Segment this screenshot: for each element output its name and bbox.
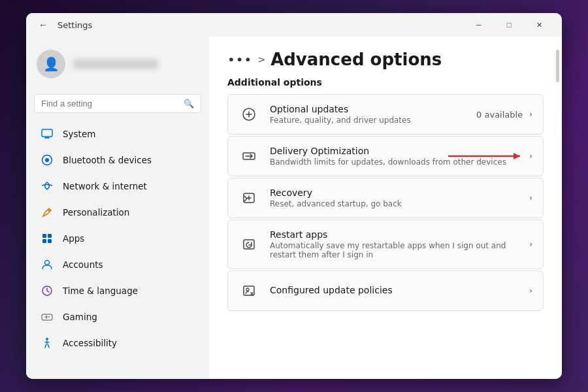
recovery-icon	[238, 188, 259, 208]
window-title: Settings	[57, 20, 464, 30]
recovery-title: Recovery	[270, 188, 519, 198]
apps-icon	[41, 232, 54, 245]
recovery-text: Recovery Reset, advanced startup, go bac…	[270, 188, 519, 208]
accessibility-icon	[41, 336, 54, 350]
optional-updates-icon	[238, 104, 259, 125]
configured-policies-text: Configured update policies	[270, 285, 519, 297]
recovery-right: ›	[529, 193, 532, 203]
configured-policies-title: Configured update policies	[270, 285, 519, 295]
nav-item-accounts[interactable]: Accounts	[30, 252, 205, 277]
nav-label-bluetooth: Bluetooth & devices	[63, 155, 152, 165]
restart-apps-desc: Automatically save my restartable apps w…	[270, 241, 519, 259]
nav-item-personalization[interactable]: Personalization	[30, 200, 205, 225]
svg-rect-8	[48, 239, 52, 243]
minimize-button[interactable]: ─	[464, 14, 494, 35]
nav-item-bluetooth[interactable]: Bluetooth & devices	[30, 148, 205, 172]
window-content: 👤 🔍 System Bluetooth & devices	[26, 37, 562, 379]
svg-rect-0	[42, 129, 52, 137]
user-section: 👤	[26, 42, 209, 86]
nav-label-accounts: Accounts	[63, 259, 103, 270]
restart-apps-right: ›	[529, 240, 532, 249]
user-icon: 👤	[43, 56, 59, 72]
breadcrumb-separator: >	[257, 54, 265, 65]
breadcrumb-dots[interactable]: •••	[227, 52, 252, 67]
nav-item-network[interactable]: Network & internet	[30, 174, 205, 199]
time-icon	[41, 284, 54, 297]
optional-updates-title: Optional updates	[270, 104, 466, 114]
search-box[interactable]: 🔍	[34, 94, 201, 113]
maximize-button[interactable]: □	[494, 14, 524, 35]
scrollbar-thumb[interactable]	[556, 50, 559, 82]
svg-point-12	[48, 316, 50, 318]
nav-item-accessibility[interactable]: Accessibility	[30, 331, 205, 355]
window-controls: ─ □ ✕	[464, 14, 554, 35]
configured-policies-icon	[238, 280, 259, 301]
settings-list: Optional updates Feature, quality, and d…	[227, 94, 544, 311]
nav-label-time: Time & language	[63, 286, 138, 296]
restart-apps-icon	[238, 234, 259, 255]
svg-rect-7	[42, 239, 46, 243]
nav-item-gaming[interactable]: Gaming	[30, 304, 205, 329]
recovery-desc: Reset, advanced startup, go back	[270, 199, 519, 208]
svg-point-13	[46, 338, 48, 340]
nav-label-network: Network & internet	[63, 181, 147, 191]
configured-policies-item[interactable]: Configured update policies ›	[227, 270, 544, 311]
restart-apps-chevron: ›	[529, 240, 532, 249]
svg-point-21	[246, 288, 249, 291]
restart-apps-title: Restart apps	[270, 229, 519, 240]
nav-label-system: System	[63, 129, 95, 139]
sidebar: 👤 🔍 System Bluetooth & devices	[26, 37, 209, 379]
personalization-icon	[41, 206, 54, 219]
gaming-icon	[41, 310, 54, 323]
nav-item-apps[interactable]: Apps	[30, 226, 205, 251]
main-wrapper: ••• > Advanced options Additional option…	[209, 37, 562, 379]
search-input[interactable]	[41, 99, 178, 108]
bluetooth-icon	[41, 154, 54, 167]
delivery-optimization-right: ›	[529, 152, 532, 161]
svg-rect-1	[44, 137, 50, 139]
nav-label-gaming: Gaming	[63, 312, 97, 322]
optional-updates-right: 0 available ›	[476, 110, 532, 120]
optional-updates-text: Optional updates Feature, quality, and d…	[270, 104, 466, 125]
optional-updates-badge: 0 available	[476, 110, 523, 120]
delivery-optimization-chevron: ›	[529, 152, 532, 161]
delivery-optimization-text: Delivery Optimization Bandwidth limits f…	[270, 146, 519, 167]
svg-point-4	[48, 210, 50, 212]
svg-point-9	[45, 261, 50, 265]
titlebar: ← Settings ─ □ ✕	[26, 13, 562, 37]
system-icon	[41, 127, 54, 140]
delivery-optimization-desc: Bandwidth limits for updates, downloads …	[270, 157, 519, 167]
optional-updates-desc: Feature, quality, and driver updates	[270, 116, 466, 125]
restart-apps-item[interactable]: Restart apps Automatically save my resta…	[227, 220, 544, 269]
optional-updates-item[interactable]: Optional updates Feature, quality, and d…	[227, 94, 544, 135]
delivery-optimization-item[interactable]: Delivery Optimization Bandwidth limits f…	[227, 136, 544, 176]
section-title: Additional options	[227, 77, 544, 88]
delivery-optimization-icon	[238, 146, 259, 167]
optional-updates-chevron: ›	[529, 110, 532, 119]
close-button[interactable]: ✕	[524, 14, 554, 35]
restart-apps-text: Restart apps Automatically save my resta…	[270, 229, 519, 259]
main-content: ••• > Advanced options Additional option…	[209, 37, 562, 324]
search-icon: 🔍	[184, 99, 194, 108]
scrollbar-track[interactable]	[555, 37, 561, 379]
svg-rect-5	[42, 234, 46, 238]
nav-label-apps: Apps	[63, 233, 84, 244]
nav-label-accessibility: Accessibility	[63, 338, 117, 348]
network-icon	[41, 180, 54, 193]
svg-point-3	[45, 158, 49, 162]
recovery-item[interactable]: Recovery Reset, advanced startup, go bac…	[227, 178, 544, 218]
nav-label-personalization: Personalization	[63, 207, 129, 218]
configured-policies-right: ›	[529, 286, 532, 295]
svg-rect-6	[48, 234, 52, 238]
avatar: 👤	[37, 50, 65, 78]
delivery-optimization-title: Delivery Optimization	[270, 146, 519, 156]
configured-policies-chevron: ›	[529, 286, 532, 295]
breadcrumb: ••• > Advanced options	[227, 50, 544, 69]
recovery-chevron: ›	[529, 193, 532, 203]
user-name	[73, 59, 158, 69]
nav-item-time[interactable]: Time & language	[30, 278, 205, 303]
page-title: Advanced options	[270, 50, 442, 69]
back-button[interactable]: ←	[34, 16, 52, 34]
accounts-icon	[41, 258, 54, 271]
nav-item[interactable]: System	[30, 122, 205, 146]
